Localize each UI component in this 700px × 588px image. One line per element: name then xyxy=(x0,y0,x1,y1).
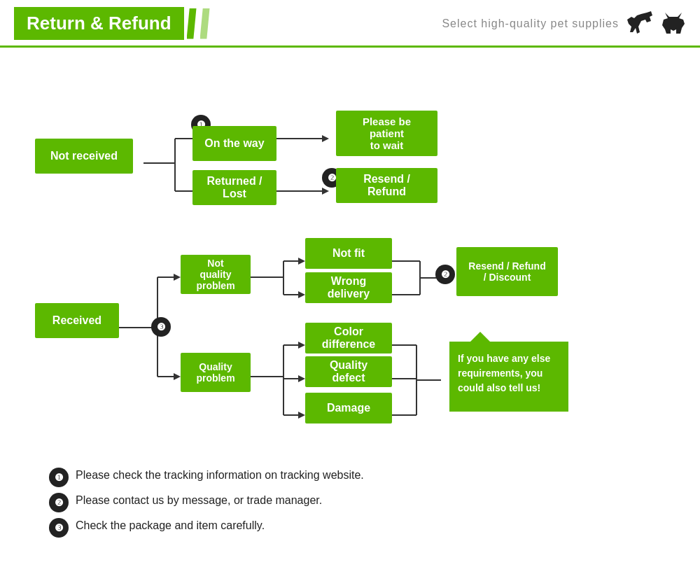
svg-marker-12 xyxy=(174,274,181,281)
circle-3: ❸ xyxy=(151,317,171,337)
note-badge-2: ❷ xyxy=(49,493,69,512)
wrong-delivery-box: Wrong delivery xyxy=(305,272,392,303)
page-header: Return & Refund Select high-quality pet … xyxy=(0,0,700,48)
note-badge-3: ❸ xyxy=(49,518,69,538)
quality-defect-box: Quality defect xyxy=(305,356,392,387)
subtitle-text: Select high-quality pet supplies xyxy=(442,18,619,30)
svg-marker-25 xyxy=(298,375,305,382)
extra-requirements-box: If you have any else requirements, you c… xyxy=(449,342,568,412)
cat-icon xyxy=(661,11,686,36)
note-item-3: ❸ Check the package and item carefully. xyxy=(49,518,672,538)
received-box: Received xyxy=(35,303,119,338)
not-received-box: Not received xyxy=(35,139,133,174)
note-badge-1: ❶ xyxy=(49,468,69,487)
note-text-2: Please contact us by message, or trade m… xyxy=(76,493,322,508)
damage-box: Damage xyxy=(305,393,392,424)
returned-lost-box: Returned / Lost xyxy=(192,170,276,205)
please-wait-box: Please be patient to wait xyxy=(336,111,438,156)
dog-icon xyxy=(626,11,654,36)
svg-marker-27 xyxy=(298,412,305,419)
not-quality-problem-box: Not quality problem xyxy=(181,255,251,294)
svg-marker-5 xyxy=(322,135,329,142)
color-difference-box: Color difference xyxy=(305,323,392,354)
note-item-1: ❶ Please check the tracking information … xyxy=(49,468,672,487)
note-item-2: ❷ Please contact us by message, or trade… xyxy=(49,493,672,512)
note-text-1: Please check the tracking information on… xyxy=(76,468,364,483)
quality-problem-box: Quality problem xyxy=(181,353,251,392)
svg-marker-23 xyxy=(298,342,305,349)
deco-stripe-1 xyxy=(187,8,197,39)
resend-refund-top-box: Resend / Refund xyxy=(336,168,438,203)
deco-stripe-2 xyxy=(200,8,210,39)
svg-marker-19 xyxy=(298,291,305,298)
note-text-3: Check the package and item carefully. xyxy=(76,518,265,533)
svg-marker-17 xyxy=(298,258,305,265)
page-title: Return & Refund xyxy=(27,13,172,34)
diagram-area: Not received ❶ On the way Returned / Los… xyxy=(14,48,686,468)
circle-2-bottom: ❷ xyxy=(435,265,455,284)
title-box: Return & Refund xyxy=(14,7,184,40)
resend-refund-discount-box: Resend / Refund / Discount xyxy=(456,247,558,296)
header-subtitle-area: Select high-quality pet supplies xyxy=(442,11,686,36)
notes-section: ❶ Please check the tracking information … xyxy=(21,468,700,538)
on-the-way-box: On the way xyxy=(192,126,276,161)
svg-marker-13 xyxy=(174,373,181,380)
not-fit-box: Not fit xyxy=(305,238,392,269)
svg-marker-7 xyxy=(322,188,329,195)
